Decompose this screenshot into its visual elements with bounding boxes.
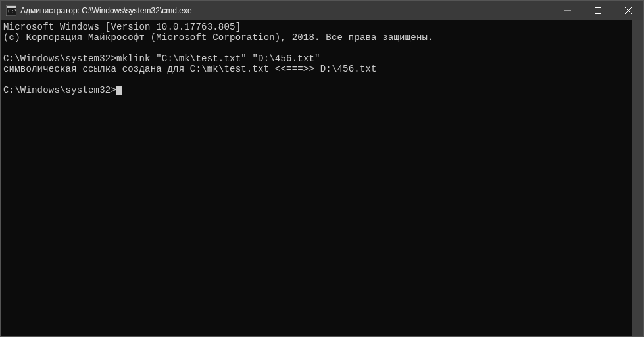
svg-text:C:\: C:\: [8, 9, 16, 14]
cmd-icon: C:\: [6, 5, 16, 16]
scrollbar-thumb[interactable]: [632, 20, 643, 336]
vertical-scrollbar[interactable]: [632, 20, 643, 336]
prompt: C:\Windows\system32>: [3, 85, 116, 95]
cursor: [116, 86, 122, 95]
minimize-button[interactable]: [553, 1, 583, 20]
copyright-line: (c) Корпорация Майкрософт (Microsoft Cor…: [3, 32, 433, 43]
svg-rect-1: [7, 6, 16, 8]
maximize-button[interactable]: [583, 1, 613, 20]
command-text: mklink "C:\mk\test.txt" "D:\456.txt": [116, 53, 320, 64]
close-button[interactable]: [613, 1, 643, 20]
window-controls: [553, 1, 643, 20]
svg-rect-4: [595, 8, 601, 14]
window-title: Администратор: C:\Windows\system32\cmd.e…: [20, 6, 553, 15]
terminal-output[interactable]: Microsoft Windows [Version 10.0.17763.80…: [1, 20, 632, 336]
terminal-area: Microsoft Windows [Version 10.0.17763.80…: [1, 20, 643, 336]
cmd-window: C:\ Администратор: C:\Windows\system32\c…: [0, 0, 644, 337]
version-line: Microsoft Windows [Version 10.0.17763.80…: [3, 22, 241, 32]
prompt: C:\Windows\system32>: [3, 53, 116, 64]
titlebar[interactable]: C:\ Администратор: C:\Windows\system32\c…: [1, 1, 643, 20]
command-output: символическая ссылка создана для C:\mk\t…: [3, 64, 377, 74]
